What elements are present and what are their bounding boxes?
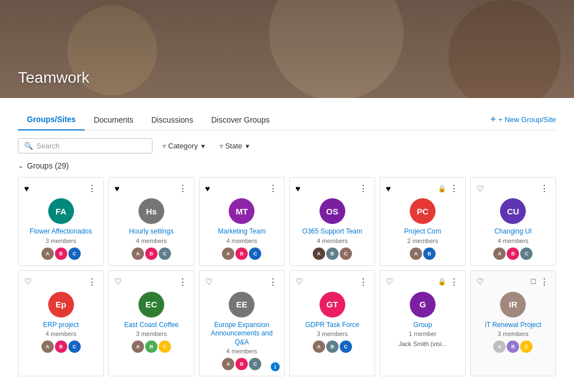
- member-avatar: C: [159, 248, 171, 260]
- more-options-icon[interactable]: ⋮: [359, 277, 369, 287]
- favorite-icon[interactable]: ♥: [205, 184, 210, 193]
- member-avatar: B: [507, 248, 519, 260]
- more-options-icon[interactable]: ⋮: [87, 277, 98, 287]
- member-avatar: B: [55, 248, 67, 260]
- card-top: ♡⋮: [114, 277, 188, 287]
- group-name[interactable]: Marketing Team: [205, 227, 279, 236]
- favorite-icon[interactable]: ♥: [24, 184, 29, 193]
- group-avatar: IR: [500, 292, 526, 318]
- favorite-icon[interactable]: ♡: [476, 184, 484, 194]
- cards-row-1: ♥⋮FAFlower Affectionados3 membersABC♥⋮Hs…: [18, 177, 556, 266]
- more-options-icon[interactable]: ⋮: [87, 183, 98, 194]
- lock-icon: 🔒: [438, 185, 446, 193]
- group-card-flower-affectionados: ♥⋮FAFlower Affectionados3 membersABC: [18, 177, 104, 266]
- collapse-icon[interactable]: ⌄: [18, 162, 24, 170]
- member-avatar: A: [493, 340, 506, 353]
- members-count: 3 members: [295, 330, 369, 337]
- member-avatar: C: [340, 248, 352, 260]
- group-card-hourly-settings: ♥⋮HsHourly settings4 membersABC: [108, 177, 194, 266]
- member-avatars-row: ABC: [24, 340, 98, 353]
- search-icon: 🔍: [24, 142, 33, 150]
- member-avatar: B: [145, 340, 158, 353]
- member-avatar: C: [249, 248, 261, 260]
- category-label: Category: [168, 142, 198, 150]
- members-count: 4 members: [476, 237, 550, 244]
- more-options-icon[interactable]: ⋮: [178, 277, 188, 287]
- member-avatar: B: [145, 248, 158, 260]
- member-avatars-row: ABC: [114, 248, 188, 260]
- group-name[interactable]: East Coast Coffee: [114, 321, 188, 330]
- group-name[interactable]: ERP project: [24, 321, 98, 330]
- group-name[interactable]: Changing UI: [476, 227, 550, 236]
- group-card-east-coast-coffee: ♡⋮ECEast Coast Coffee3 membersABC: [108, 270, 194, 377]
- group-card-erp-project: ♡⋮EpERP project4 membersABC: [18, 270, 104, 377]
- tab-discover-groups[interactable]: Discover Groups: [202, 110, 279, 130]
- member-avatar: A: [222, 358, 234, 370]
- more-options-icon[interactable]: ⋮: [540, 183, 550, 194]
- favorite-icon[interactable]: ♡: [205, 277, 212, 287]
- card-top: ♥⋮: [24, 183, 98, 194]
- members-count: 4 members: [24, 330, 98, 337]
- group-name[interactable]: Group: [386, 321, 459, 330]
- members-count: 4 members: [205, 237, 279, 244]
- member-avatar: A: [41, 248, 54, 260]
- group-avatar: PC: [410, 198, 436, 224]
- category-filter[interactable]: ▿ Category ▼: [159, 139, 210, 152]
- group-avatar: OS: [320, 198, 345, 224]
- favorite-icon[interactable]: ♡: [295, 277, 303, 287]
- member-avatar: C: [520, 248, 533, 260]
- member-avatar: B: [507, 340, 519, 353]
- card-top: ♥🔒⋮: [386, 183, 459, 194]
- new-group-button[interactable]: + + New Group/Site: [490, 109, 556, 130]
- member-avatar: C: [520, 340, 533, 353]
- members-count: 4 members: [295, 237, 369, 244]
- group-name[interactable]: iT Renewal Project: [476, 321, 550, 330]
- favorite-icon[interactable]: ♡: [386, 277, 393, 287]
- member-avatar: B: [423, 248, 436, 260]
- group-name[interactable]: Project Com: [386, 227, 459, 236]
- more-options-icon[interactable]: ⋮: [178, 183, 188, 194]
- group-name[interactable]: GDPR Task Force: [295, 321, 369, 330]
- favorite-icon[interactable]: ♥: [386, 184, 391, 193]
- favorite-icon[interactable]: ♡: [476, 277, 484, 287]
- favorite-icon[interactable]: ♥: [114, 184, 119, 193]
- filter-icon: ▿: [163, 142, 166, 150]
- group-name[interactable]: Hourly settings: [114, 227, 188, 236]
- screen-icon: ☐: [530, 278, 536, 286]
- member-avatars-row: ABC: [205, 358, 279, 370]
- group-name[interactable]: Europe Expansion Announcements and Q&A: [205, 321, 279, 347]
- card-top: ♡⋮: [295, 277, 369, 287]
- favorite-icon[interactable]: ♥: [295, 184, 300, 193]
- group-name[interactable]: Flower Affectionados: [24, 227, 98, 236]
- favorite-icon[interactable]: ♡: [114, 277, 122, 287]
- state-filter[interactable]: ▿ State ▼: [216, 139, 254, 152]
- members-count: 3 members: [24, 237, 98, 244]
- member-avatar: A: [132, 248, 144, 260]
- member-avatars-row: ABC: [205, 248, 279, 260]
- tab-discussions[interactable]: Discussions: [142, 110, 202, 130]
- more-options-icon[interactable]: ⋮: [359, 183, 369, 194]
- tab-documents[interactable]: Documents: [85, 110, 142, 130]
- favorite-icon[interactable]: ♡: [24, 277, 31, 287]
- members-count: 1 member: [386, 330, 459, 337]
- member-avatars-row: AB: [386, 248, 459, 260]
- members-count: 3 members: [114, 330, 188, 337]
- more-options-icon[interactable]: ⋮: [269, 277, 279, 287]
- member-avatar: A: [493, 248, 506, 260]
- member-avatar: A: [313, 248, 325, 260]
- tab-groups-sites[interactable]: Groups/Sites: [18, 109, 85, 130]
- member-avatar: B: [235, 248, 248, 260]
- more-options-icon[interactable]: ⋮: [540, 277, 550, 287]
- card-top: ♡☐⋮: [476, 277, 550, 287]
- search-box[interactable]: 🔍 Search: [18, 138, 152, 153]
- member-avatar: C: [68, 248, 81, 260]
- group-avatar: CU: [500, 198, 526, 224]
- group-avatar: GT: [320, 292, 345, 318]
- more-options-icon[interactable]: ⋮: [450, 183, 460, 194]
- state-filter-icon: ▿: [220, 142, 223, 150]
- group-name[interactable]: O365 Support Team: [295, 227, 369, 236]
- group-card-europe-expansion: ♡⋮EEEurope Expansion Announcements and Q…: [199, 270, 285, 377]
- more-options-icon[interactable]: ⋮: [269, 183, 279, 194]
- card-top: ♥⋮: [114, 183, 188, 194]
- more-options-icon[interactable]: ⋮: [450, 277, 460, 287]
